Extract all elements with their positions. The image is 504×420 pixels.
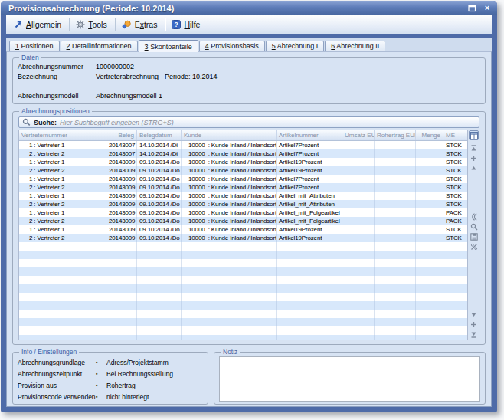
- grid-cell-filler: [466, 259, 467, 267]
- grid-cell: Artikel7Prozent: [277, 175, 342, 183]
- tab-abrechnung-ii[interactable]: 6 Abrechnung II: [325, 41, 385, 51]
- grid-cell: [182, 259, 277, 267]
- column-header-artikelnummer[interactable]: Artikelnummer: [277, 130, 342, 140]
- grid-cell: 20143009: [106, 234, 137, 242]
- table-row[interactable]: 2 : Vertreter 22014300909.10.2014 /Do100…: [19, 217, 467, 225]
- tab-strip: 1 Positionen2 Detailinformationen3 Skont…: [6, 38, 492, 51]
- field-row-bezeichnung: BezeichnungVertreterabrechnung - Periode…: [18, 72, 480, 82]
- percent-icon[interactable]: [470, 243, 479, 251]
- grid-cell: 10000 : Kunde Inland / Inlandsort: [182, 166, 277, 175]
- grid-cell: [137, 267, 182, 276]
- row-up-icon[interactable]: [470, 164, 479, 172]
- client-area: AllgemeinToolsExtras?Hilfe 1 Positionen2…: [6, 15, 492, 407]
- column-header-beleg[interactable]: Beleg: [106, 130, 137, 140]
- grid-cell: [443, 335, 466, 340]
- search-icon[interactable]: [470, 223, 479, 231]
- grid-cell: [416, 251, 443, 259]
- column-chooser-icon[interactable]: [469, 130, 479, 140]
- notiz-textarea[interactable]: [219, 356, 480, 402]
- table-row[interactable]: 1 : Vertreter 12014300909.10.2014 /Do100…: [19, 175, 467, 183]
- search-input[interactable]: [60, 119, 476, 126]
- tab-detailinformationen[interactable]: 2 Detailinformationen: [61, 41, 138, 51]
- abrechnungspositionen-group: Abrechnungspositionen Suche: Vertre: [12, 107, 486, 345]
- table-row[interactable]: 1 : Vertreter 12014300714.10.2014 /Di100…: [19, 141, 467, 149]
- grid-cell: PACK: [443, 208, 466, 217]
- grid-cell: STCK: [443, 141, 466, 149]
- grid-cell: [375, 284, 416, 293]
- table-row[interactable]: 1 : Vertreter 12014300909.10.2014 /Do100…: [19, 225, 467, 234]
- grid-cell: [342, 318, 375, 326]
- table-row[interactable]: 1 : Vertreter 12014300909.10.2014 /Do100…: [19, 208, 467, 217]
- titlebar[interactable]: Provisionsabrechnung (Periode: 10.2014) …: [1, 1, 497, 15]
- group-icon[interactable]: [470, 213, 479, 221]
- grid-cell: 09.10.2014 /Do: [137, 158, 182, 166]
- info-label: Provision aus: [18, 380, 96, 391]
- toolbar-button-tools[interactable]: Tools: [71, 18, 113, 31]
- scroll-up-icon[interactable]: [470, 154, 479, 162]
- grid-cell: [416, 293, 443, 301]
- scroll-top-icon[interactable]: [470, 144, 479, 153]
- column-header-menge[interactable]: Menge: [416, 130, 443, 140]
- column-header-rohertrag-eur[interactable]: Rohertrag EUR: [375, 130, 416, 140]
- grid-cell: 10000 : Kunde Inland / Inlandsort: [182, 225, 277, 234]
- grid-cell: [375, 200, 416, 208]
- grid-cell: [443, 326, 466, 335]
- grid-cell: 1 : Vertreter 1: [19, 175, 106, 183]
- grid-cell: [416, 149, 443, 158]
- column-header-vertreternummer[interactable]: Vertreternummer: [19, 130, 106, 140]
- toolbar-button-extras[interactable]: Extras: [117, 18, 164, 31]
- toolbar-button-hilfe[interactable]: ?Hilfe: [167, 18, 206, 31]
- grid-cell: [137, 318, 182, 326]
- bullet-icon: ▪: [96, 380, 106, 391]
- daten-fields: Abrechnungsnummer1000000002BezeichnungVe…: [18, 62, 480, 101]
- column-header-belegdatum[interactable]: Belegdatum: [137, 130, 182, 140]
- grid-cell: [182, 267, 277, 276]
- close-button[interactable]: ×: [482, 3, 493, 13]
- table-row[interactable]: 2 : Vertreter 22014300714.10.2014 /Di100…: [19, 149, 467, 158]
- grid-cell: [182, 251, 277, 259]
- grid-cell: 20143009: [106, 158, 137, 166]
- row-down-icon[interactable]: [470, 310, 479, 319]
- tab-label: Detailinformationen: [70, 42, 132, 50]
- grid-cell: [182, 335, 277, 340]
- table-row[interactable]: 1 : Vertreter 12014300909.10.2014 /Do100…: [19, 158, 467, 166]
- grid-cell-filler: [466, 208, 467, 217]
- maximize-button[interactable]: [466, 3, 477, 13]
- table-row[interactable]: 2 : Vertreter 22014300909.10.2014 /Do100…: [19, 166, 467, 175]
- table-row[interactable]: 1 : Vertreter 12014300909.10.2014 /Do100…: [19, 192, 467, 200]
- tab-positionen[interactable]: 1 Positionen: [9, 41, 60, 51]
- field-row-abrechnungsmodell: AbrechnungsmodellAbrechnungsmodell 1: [18, 91, 480, 101]
- grid-cell: 10000 : Kunde Inland / Inlandsort: [182, 217, 277, 225]
- tab-provisionsbasis[interactable]: 4 Provisionsbasis: [199, 41, 265, 51]
- grid-cell: [19, 318, 106, 326]
- toolbar-separator: [115, 18, 116, 31]
- grid-cell: 14.10.2014 /Di: [137, 149, 182, 158]
- grid-cell: [375, 217, 416, 225]
- grid-cell: [277, 251, 342, 259]
- grid-cell: STCK: [443, 175, 466, 183]
- grid-cell-filler: [466, 183, 467, 192]
- tab-abrechnung-i[interactable]: 5 Abrechnung I: [266, 41, 325, 51]
- search-bar[interactable]: Suche:: [18, 116, 479, 128]
- grid-cell: 09.10.2014 /Do: [137, 225, 182, 234]
- table-row[interactable]: 2 : Vertreter 22014300909.10.2014 /Do100…: [19, 183, 467, 192]
- grid-cell: 2 : Vertreter 2: [19, 166, 106, 175]
- tab-skontoanteile[interactable]: 3 Skontoanteile: [139, 40, 198, 52]
- grid-cell: [375, 251, 416, 259]
- table-row[interactable]: 2 : Vertreter 22014300909.10.2014 /Do100…: [19, 200, 467, 208]
- column-header-me[interactable]: ME: [443, 130, 466, 140]
- scroll-bottom-icon[interactable]: [470, 330, 479, 339]
- grid-cell: [137, 301, 182, 310]
- grid-cell: [443, 293, 466, 301]
- save-icon[interactable]: [470, 233, 479, 241]
- toolbar-button-allgemein[interactable]: Allgemein: [9, 18, 67, 31]
- info-label: Abrechnungsgrundlage: [18, 357, 96, 368]
- column-header-kunde[interactable]: Kunde: [182, 130, 277, 140]
- grid-cell: STCK: [443, 200, 466, 208]
- table-row[interactable]: 2 : Vertreter 22014300909.10.2014 /Do100…: [19, 234, 467, 242]
- grid-cell: 2 : Vertreter 2: [19, 217, 106, 225]
- scroll-down-icon[interactable]: [470, 320, 479, 329]
- column-header-umsatz-eur[interactable]: Umsatz EUR: [342, 130, 375, 140]
- empty-row: [19, 293, 467, 301]
- bottom-row: Info / Einstellungen Abrechnungsgrundlag…: [12, 348, 486, 405]
